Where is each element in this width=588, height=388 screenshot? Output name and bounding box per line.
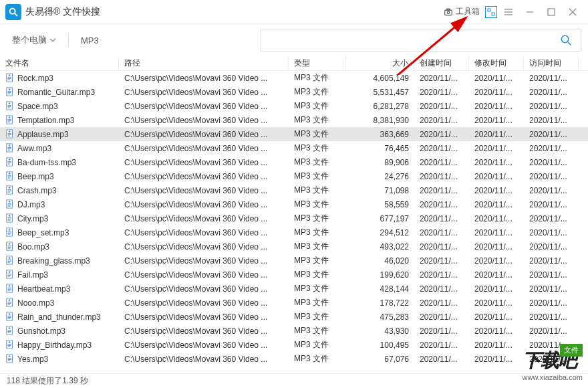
app-logo (5, 4, 21, 20)
svg-rect-74 (8, 234, 11, 235)
cell-atime: 2020/11/... (524, 256, 579, 266)
cell-mtime: 2020/11/... (469, 88, 524, 97)
titlebar: 失易得® 文件快搜 工具箱 (0, 0, 588, 24)
table-row[interactable]: DJ.mp3C:\Users\pc\Videos\Movavi 360 Vide… (0, 197, 588, 211)
svg-rect-17 (8, 77, 11, 78)
cell-name: Breaking_glass.mp3 (0, 256, 119, 266)
table-row[interactable]: Rock.mp3C:\Users\pc\Videos\Movavi 360 Vi… (0, 71, 588, 85)
table-row[interactable]: Space.mp3C:\Users\pc\Videos\Movavi 360 V… (0, 99, 588, 113)
col-size[interactable]: 大小 (346, 56, 414, 70)
table-row[interactable]: Gunshot.mp3C:\Users\pc\Videos\Movavi 360… (0, 324, 588, 338)
cell-size: 8,381,930 (346, 116, 414, 125)
col-ctime[interactable]: 创建时间 (414, 56, 469, 70)
scope-dropdown[interactable]: 整个电脑 (7, 31, 61, 49)
cell-name: DJ.mp3 (0, 199, 119, 209)
svg-rect-42 (8, 147, 11, 148)
table-row[interactable]: Happy_Birthday.mp3C:\Users\pc\Videos\Mov… (0, 338, 588, 352)
table-row[interactable]: City.mp3C:\Users\pc\Videos\Movavi 360 Vi… (0, 211, 588, 225)
table-row[interactable]: Boo.mp3C:\Users\pc\Videos\Movavi 360 Vid… (0, 239, 588, 254)
svg-rect-27 (8, 105, 11, 106)
cell-mtime: 2020/11/... (469, 214, 524, 223)
table-row[interactable]: Romantic_Guitar.mp3C:\Users\pc\Videos\Mo… (0, 85, 588, 99)
col-type[interactable]: 类型 (289, 56, 346, 70)
svg-rect-108 (8, 331, 11, 332)
svg-point-90 (9, 271, 11, 273)
cell-mtime: 2020/11/... (469, 326, 524, 336)
col-mtime[interactable]: 修改时间 (469, 56, 524, 70)
cell-type: MP3 文件 (289, 213, 346, 224)
minimize-button[interactable] (520, 3, 540, 21)
cell-atime: 2020/11/... (524, 130, 579, 139)
table-row[interactable]: Breaking_glass.mp3C:\Users\pc\Videos\Mov… (0, 254, 588, 268)
svg-rect-32 (8, 119, 11, 120)
file-icon (5, 87, 15, 96)
cell-mtime: 2020/11/... (469, 256, 524, 266)
search-button[interactable] (558, 32, 574, 48)
table-row[interactable]: Nooo.mp3C:\Users\pc\Videos\Movavi 360 Vi… (0, 296, 588, 310)
cell-type: MP3 文件 (289, 114, 346, 126)
svg-rect-64 (8, 206, 11, 207)
cell-ctime: 2020/11/... (414, 214, 469, 223)
table-row[interactable]: Yes.mp3C:\Users\pc\Videos\Movavi 360 Vid… (0, 352, 588, 366)
table-row[interactable]: Crash.mp3C:\Users\pc\Videos\Movavi 360 V… (0, 183, 588, 197)
cell-path: C:\Users\pc\Videos\Movavi 360 Video ... (119, 214, 289, 223)
cell-ctime: 2020/11/... (414, 312, 469, 322)
col-path[interactable]: 路径 (119, 56, 289, 70)
svg-rect-104 (8, 318, 11, 319)
svg-rect-113 (8, 345, 11, 346)
svg-rect-29 (8, 108, 11, 108)
chevron-down-icon (49, 37, 56, 43)
cell-name: Boo.mp3 (0, 241, 119, 252)
close-button[interactable] (563, 3, 583, 21)
cell-size: 4,605,149 (346, 74, 414, 83)
svg-point-70 (9, 215, 11, 217)
table-row[interactable]: Fail.mp3C:\Users\pc\Videos\Movavi 360 Vi… (0, 268, 588, 282)
table-row[interactable]: Beep_set.mp3C:\Users\pc\Videos\Movavi 36… (0, 225, 588, 239)
svg-point-115 (9, 341, 11, 343)
layout-toggle-icon[interactable] (485, 6, 497, 18)
svg-rect-59 (8, 192, 11, 193)
file-icon (5, 340, 15, 349)
svg-point-80 (9, 243, 11, 245)
status-bar: 118 结果使用了1.39 秒 (0, 373, 588, 388)
maximize-button[interactable] (541, 3, 561, 21)
watermark-url: www.xiazaiba.com (523, 373, 583, 381)
table-row[interactable]: Beep.mp3C:\Users\pc\Videos\Movavi 360 Vi… (0, 169, 588, 183)
svg-rect-94 (8, 290, 11, 291)
svg-rect-88 (8, 275, 11, 276)
cell-type: MP3 文件 (289, 185, 346, 196)
toolbox-button[interactable]: 工具箱 (440, 5, 484, 19)
col-name[interactable]: 文件名 (0, 56, 119, 70)
cell-size: 46,020 (346, 256, 414, 266)
filter-tag[interactable]: MP3 (76, 33, 104, 48)
cell-size: 89,906 (346, 158, 414, 167)
cell-type: MP3 文件 (289, 255, 346, 266)
table-row[interactable]: Ba-dum-tss.mp3C:\Users\pc\Videos\Movavi … (0, 155, 588, 169)
svg-rect-38 (8, 134, 11, 135)
file-icon (5, 171, 15, 181)
cell-path: C:\Users\pc\Videos\Movavi 360 Video ... (119, 74, 289, 83)
col-atime[interactable]: 访问时间 (524, 56, 579, 70)
cell-size: 58,559 (346, 200, 414, 209)
watermark: 文件 下载吧 www.xiazaiba.com (523, 348, 583, 381)
table-row[interactable]: Heartbeat.mp3C:\Users\pc\Videos\Movavi 3… (0, 282, 588, 296)
table-row[interactable]: Temptation.mp3C:\Users\pc\Videos\Movavi … (0, 113, 588, 127)
search-icon (560, 34, 572, 46)
cell-path: C:\Users\pc\Videos\Movavi 360 Video ... (119, 228, 289, 237)
cell-mtime: 2020/11/... (469, 298, 524, 308)
table-row[interactable]: Applause.mp3C:\Users\pc\Videos\Movavi 36… (0, 127, 588, 141)
svg-point-40 (9, 130, 11, 132)
file-icon (5, 213, 15, 223)
table-row[interactable]: Rain_and_thunder.mp3C:\Users\pc\Videos\M… (0, 310, 588, 324)
app-title: 失易得® 文件快搜 (25, 6, 100, 18)
svg-line-15 (568, 42, 571, 45)
cell-path: C:\Users\pc\Videos\Movavi 360 Video ... (119, 312, 289, 322)
menu-button[interactable] (498, 3, 519, 21)
search-input[interactable] (268, 35, 558, 45)
svg-rect-107 (8, 330, 11, 330)
table-row[interactable]: Aww.mp3C:\Users\pc\Videos\Movavi 360 Vid… (0, 141, 588, 155)
file-icon (5, 101, 15, 110)
svg-point-55 (9, 173, 11, 175)
cell-atime: 2020/11/... (524, 228, 579, 237)
cell-atime: 2020/11/... (524, 298, 579, 308)
